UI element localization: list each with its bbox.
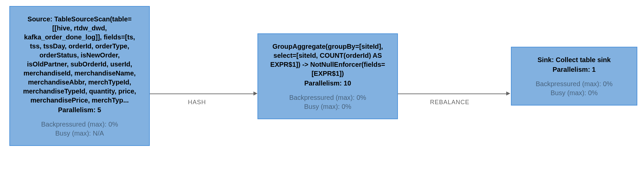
edge-hash	[150, 94, 254, 94]
node-sink[interactable]: Sink: Collect table sink Parallelism: 1 …	[511, 47, 637, 106]
node-source[interactable]: Source: TableSourceScan(table=[[hive, rt…	[9, 6, 150, 146]
edge-rebalance	[398, 94, 507, 94]
edge-label: REBALANCE	[430, 99, 469, 106]
node-parallelism: Parallelism: 10	[266, 79, 389, 87]
arrowhead-icon	[253, 91, 257, 96]
node-busy: Busy (max): 0%	[520, 89, 629, 97]
node-busy: Busy (max): N/A	[18, 130, 141, 137]
node-parallelism: Parallelism: 5	[18, 106, 141, 114]
node-backpressure: Backpressured (max): 0%	[18, 121, 141, 128]
node-title: Source: TableSourceScan(table=[[hive, rt…	[18, 15, 141, 105]
arrowhead-icon	[506, 91, 510, 96]
node-busy: Busy (max): 0%	[266, 103, 389, 111]
node-backpressure: Backpressured (max): 0%	[520, 80, 629, 88]
node-title: Sink: Collect table sink	[520, 55, 629, 64]
edge-label: HASH	[188, 99, 206, 106]
node-parallelism: Parallelism: 1	[520, 66, 629, 73]
node-aggregate[interactable]: GroupAggregate(groupBy=[siteId], select=…	[257, 33, 398, 119]
node-backpressure: Backpressured (max): 0%	[266, 94, 389, 102]
node-title: GroupAggregate(groupBy=[siteId], select=…	[266, 42, 389, 78]
